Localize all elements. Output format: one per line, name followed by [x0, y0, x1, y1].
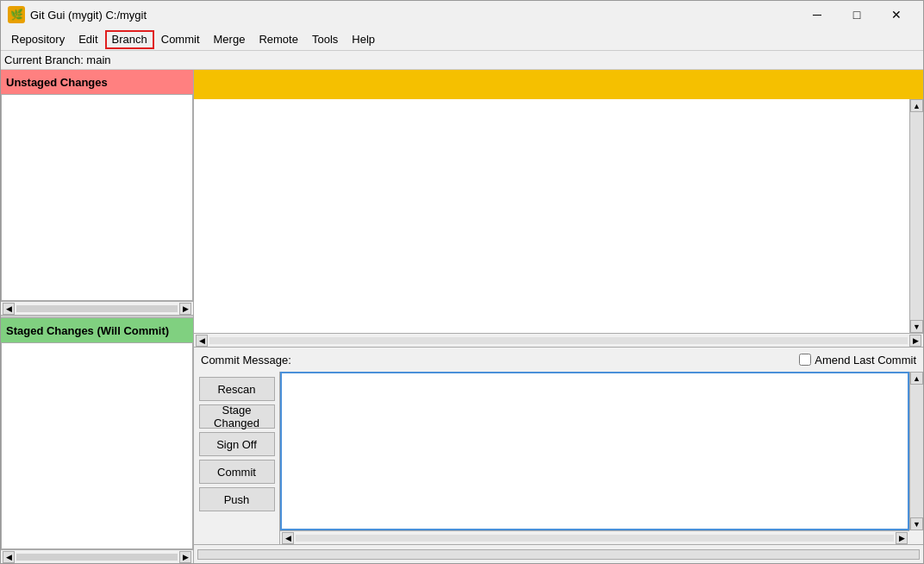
- menu-item-commit[interactable]: Commit: [154, 30, 207, 49]
- title-text: Git Gui (mygit) C:/mygit: [30, 9, 797, 22]
- sign-off-button[interactable]: Sign Off: [199, 432, 275, 456]
- commit-msg-h-left[interactable]: ◀: [282, 532, 294, 544]
- unstaged-h-scrollbar: ◀ ▶: [1, 301, 193, 315]
- menu-item-remote[interactable]: Remote: [252, 30, 305, 49]
- diff-h-scrollbar: ◀ ▶: [194, 333, 923, 347]
- staged-scroll-left[interactable]: ◀: [3, 551, 15, 563]
- commit-bottom: Rescan Stage Changed Sign Off Commit Pus…: [194, 372, 923, 544]
- commit-header: Commit Message: Amend Last Commit: [194, 348, 923, 372]
- amend-label: Amend Last Commit: [799, 354, 916, 367]
- unstaged-scroll-left[interactable]: ◀: [3, 303, 15, 315]
- commit-message-area: ▲ ▼ ◀ ▶: [280, 372, 923, 544]
- commit-msg-h-right[interactable]: ▶: [896, 532, 908, 544]
- close-button[interactable]: ✕: [877, 1, 916, 28]
- commit-msg-v-scrollbar: ▲ ▼: [909, 372, 923, 530]
- push-button[interactable]: Push: [199, 487, 275, 511]
- commit-msg-scroll-down[interactable]: ▼: [910, 517, 923, 530]
- commit-msg-h-track: [296, 535, 894, 542]
- commit-buttons: Rescan Stage Changed Sign Off Commit Pus…: [194, 372, 280, 544]
- staged-header: Staged Changes (Will Commit): [1, 318, 193, 342]
- unstaged-scroll-track: [16, 305, 178, 312]
- unstaged-header: Unstaged Changes: [1, 70, 193, 94]
- commit-msg-scroll-up[interactable]: ▲: [910, 372, 923, 385]
- commit-msg-scroll-track: [910, 385, 923, 517]
- right-panel: ▲ ▼ ◀ ▶ Commit Message: Amend: [194, 70, 923, 563]
- unstaged-scroll-right[interactable]: ▶: [179, 303, 191, 315]
- staged-scroll-right[interactable]: ▶: [179, 551, 191, 563]
- menu-item-branch[interactable]: Branch: [105, 30, 154, 49]
- diff-scroll-track: [910, 112, 923, 320]
- maximize-button[interactable]: □: [837, 1, 877, 28]
- menu-item-help[interactable]: Help: [345, 30, 382, 49]
- staged-list[interactable]: [1, 342, 193, 549]
- rescan-button[interactable]: Rescan: [199, 377, 275, 401]
- diff-h-scroll-right[interactable]: ▶: [909, 335, 921, 347]
- diff-inner: ▲ ▼: [194, 99, 923, 333]
- diff-yellow-bar: [194, 70, 923, 99]
- amend-checkbox[interactable]: [799, 354, 811, 366]
- status-bar: [194, 544, 923, 563]
- commit-area: Commit Message: Amend Last Commit Rescan…: [194, 347, 923, 544]
- main-window: 🌿 Git Gui (mygit) C:/mygit ─ □ ✕ Reposit…: [0, 0, 924, 564]
- menu-item-repository[interactable]: Repository: [4, 30, 72, 49]
- left-panel: Unstaged Changes ◀ ▶ Staged Changes (Wil…: [1, 70, 194, 563]
- diff-h-scroll-track: [209, 337, 908, 344]
- amend-text: Amend Last Commit: [815, 354, 916, 367]
- commit-message-input[interactable]: [280, 372, 909, 530]
- diff-wrapper: ▲ ▼ ◀ ▶: [194, 70, 923, 347]
- commit-message-label: Commit Message:: [201, 354, 291, 367]
- commit-button[interactable]: Commit: [199, 460, 275, 484]
- main-area: Unstaged Changes ◀ ▶ Staged Changes (Wil…: [1, 70, 923, 563]
- status-bar-scroll[interactable]: [197, 549, 920, 560]
- diff-v-scrollbar: ▲ ▼: [909, 99, 923, 333]
- title-bar: 🌿 Git Gui (mygit) C:/mygit ─ □ ✕: [1, 1, 923, 28]
- menu-bar: Repository Edit Branch Commit Merge Remo…: [1, 28, 923, 51]
- staged-scroll-track: [16, 554, 178, 561]
- commit-msg-h-scrollbar: ◀ ▶: [280, 530, 909, 544]
- stage-changed-button[interactable]: Stage Changed: [199, 404, 275, 429]
- menu-item-tools[interactable]: Tools: [305, 30, 345, 49]
- unstaged-section: Unstaged Changes ◀ ▶: [1, 70, 193, 315]
- diff-scroll-up[interactable]: ▲: [910, 99, 923, 112]
- app-icon: 🌿: [8, 6, 25, 23]
- diff-scroll-down[interactable]: ▼: [910, 320, 923, 333]
- staged-h-scrollbar: ◀ ▶: [1, 549, 193, 563]
- diff-h-scroll-left[interactable]: ◀: [196, 335, 208, 347]
- diff-text-area[interactable]: [194, 99, 909, 333]
- unstaged-list[interactable]: [1, 94, 193, 301]
- current-branch-bar: Current Branch: main: [1, 51, 923, 70]
- window-controls: ─ □ ✕: [797, 1, 916, 28]
- menu-item-edit[interactable]: Edit: [72, 30, 104, 49]
- current-branch-label: Current Branch: main: [4, 53, 111, 66]
- staged-section: Staged Changes (Will Commit) ◀ ▶: [1, 318, 193, 563]
- menu-item-merge[interactable]: Merge: [207, 30, 253, 49]
- minimize-button[interactable]: ─: [797, 1, 837, 28]
